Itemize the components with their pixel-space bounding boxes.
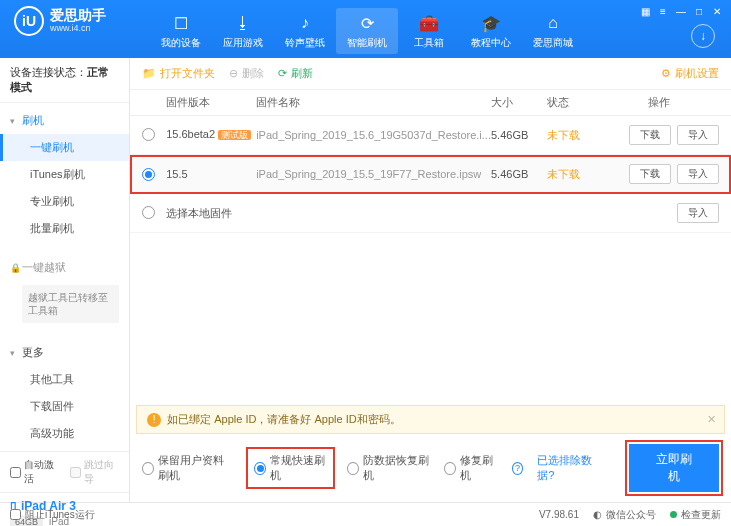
titlebar-max-icon[interactable]: □ xyxy=(691,4,707,18)
local-firmware-label: 选择本地固件 xyxy=(166,206,599,221)
checkbox-label: 跳过向导 xyxy=(84,458,120,486)
row-radio[interactable] xyxy=(142,128,155,141)
wechat-link[interactable]: ◐微信公众号 xyxy=(593,508,656,522)
warning-icon: ! xyxy=(147,413,161,427)
local-firmware-row[interactable]: 选择本地固件 导入 xyxy=(130,194,731,233)
beta-tag: 测试版 xyxy=(218,130,251,140)
col-status: 状态 xyxy=(547,95,599,110)
titlebar-close-icon[interactable]: ✕ xyxy=(709,4,725,18)
conn-label: 设备连接状态： xyxy=(10,66,87,78)
firmware-version: 15.6beta2 xyxy=(166,128,215,140)
main-nav: ☐我的设备 ⭳应用游戏 ♪铃声壁纸 ⟳智能刷机 🧰工具箱 🎓教程中心 ⌂爱思商城 xyxy=(150,8,584,54)
col-ops: 操作 xyxy=(599,95,719,110)
alert-close-icon[interactable]: ✕ xyxy=(707,413,716,426)
collapse-icon: ▾ xyxy=(10,348,22,358)
radio-icon xyxy=(347,462,359,475)
titlebar-controls: ▦ ≡ — □ ✕ xyxy=(637,4,725,18)
nav-tutorials[interactable]: 🎓教程中心 xyxy=(460,8,522,54)
import-button[interactable]: 导入 xyxy=(677,164,719,184)
row-radio[interactable] xyxy=(142,168,155,181)
delete-icon: ⊖ xyxy=(229,67,238,80)
section-label: 更多 xyxy=(22,345,44,360)
nav-ringtones[interactable]: ♪铃声壁纸 xyxy=(274,8,336,54)
btn-label: 删除 xyxy=(242,66,264,81)
content-area: 📁打开文件夹 ⊖删除 ⟳刷新 ⚙刷机设置 固件版本 固件名称 大小 状态 操作 … xyxy=(130,58,731,502)
col-size: 大小 xyxy=(491,95,547,110)
row-radio[interactable] xyxy=(142,206,155,219)
firmware-row[interactable]: 15.6beta2测试版 iPad_Spring_2019_15.6_19G50… xyxy=(130,116,731,155)
opt-normal-flash[interactable]: 常规快速刷机 xyxy=(248,449,333,487)
flash-settings-button[interactable]: ⚙刷机设置 xyxy=(661,66,719,81)
section-more[interactable]: ▾更多 xyxy=(0,339,129,366)
toolbar: 📁打开文件夹 ⊖删除 ⟳刷新 ⚙刷机设置 xyxy=(130,58,731,90)
sidebar-item-batch-flash[interactable]: 批量刷机 xyxy=(0,215,129,242)
store-icon: ⌂ xyxy=(522,12,584,34)
btn-label: 打开文件夹 xyxy=(160,66,215,81)
brand-subtitle: www.i4.cn xyxy=(50,24,106,34)
opt-anti-recovery[interactable]: 防数据恢复刷机 xyxy=(347,453,430,483)
info-icon[interactable]: ? xyxy=(512,462,524,475)
refresh-button[interactable]: ⟳刷新 xyxy=(278,66,313,81)
nav-label: 我的设备 xyxy=(150,36,212,50)
delete-button: ⊖删除 xyxy=(229,66,264,81)
nav-label: 教程中心 xyxy=(460,36,522,50)
exclude-data-link[interactable]: 已选排除数据? xyxy=(537,453,600,483)
col-version: 固件版本 xyxy=(166,95,256,110)
nav-toolbox[interactable]: 🧰工具箱 xyxy=(398,8,460,54)
radio-icon xyxy=(444,462,456,475)
check-update-link[interactable]: 检查更新 xyxy=(670,508,721,522)
flash-now-button[interactable]: 立即刷机 xyxy=(629,444,719,492)
radio-icon xyxy=(254,462,266,475)
nav-apps[interactable]: ⭳应用游戏 xyxy=(212,8,274,54)
skip-guide-checkbox: 跳过向导 xyxy=(70,458,120,486)
connection-status: 设备连接状态：正常模式 xyxy=(0,58,129,103)
block-itunes-checkbox[interactable]: 阻止iTunes运行 xyxy=(10,508,95,522)
firmware-row[interactable]: 15.5 iPad_Spring_2019_15.5_19F77_Restore… xyxy=(130,155,731,194)
tutorial-icon: 🎓 xyxy=(460,12,522,34)
nav-label: 工具箱 xyxy=(398,36,460,50)
sidebar-item-oneclick-flash[interactable]: 一键刷机 xyxy=(0,134,129,161)
sidebar-item-pro-flash[interactable]: 专业刷机 xyxy=(0,188,129,215)
section-flash[interactable]: ▾刷机 xyxy=(0,107,129,134)
titlebar-min-icon[interactable]: — xyxy=(673,4,689,18)
nav-my-device[interactable]: ☐我的设备 xyxy=(150,8,212,54)
section-label: 刷机 xyxy=(22,113,44,128)
nav-flash[interactable]: ⟳智能刷机 xyxy=(336,8,398,54)
auto-activate-checkbox[interactable]: 自动激活 xyxy=(10,458,60,486)
sidebar: 设备连接状态：正常模式 ▾刷机 一键刷机 iTunes刷机 专业刷机 批量刷机 … xyxy=(0,58,130,502)
open-folder-button[interactable]: 📁打开文件夹 xyxy=(142,66,215,81)
firmware-size: 5.46GB xyxy=(491,129,547,141)
btn-label: 刷新 xyxy=(291,66,313,81)
table-header: 固件版本 固件名称 大小 状态 操作 xyxy=(130,90,731,116)
download-button[interactable]: 下载 xyxy=(629,125,671,145)
nav-label: 铃声壁纸 xyxy=(274,36,336,50)
import-button[interactable]: 导入 xyxy=(677,203,719,223)
opt-repair-flash[interactable]: 修复刷机 xyxy=(444,453,498,483)
sidebar-item-other-tools[interactable]: 其他工具 xyxy=(0,366,129,393)
logo-icon: iU xyxy=(14,6,44,36)
download-button[interactable]: 下载 xyxy=(629,164,671,184)
sidebar-item-download-firmware[interactable]: 下载固件 xyxy=(0,393,129,420)
brand-title: 爱思助手 xyxy=(50,8,106,23)
titlebar-menu-icon[interactable]: ▦ xyxy=(637,4,653,18)
sidebar-item-itunes-flash[interactable]: iTunes刷机 xyxy=(0,161,129,188)
download-manager-icon[interactable]: ↓ xyxy=(691,24,715,48)
section-jailbreak[interactable]: 🔒一键越狱 xyxy=(0,254,129,281)
firmware-version: 15.5 xyxy=(166,168,187,180)
sidebar-item-advanced[interactable]: 高级功能 xyxy=(0,420,129,447)
col-name: 固件名称 xyxy=(256,95,491,110)
nav-label: 智能刷机 xyxy=(336,36,398,50)
nav-store[interactable]: ⌂爱思商城 xyxy=(522,8,584,54)
opt-label: 防数据恢复刷机 xyxy=(363,453,430,483)
firmware-status: 未下载 xyxy=(547,167,599,182)
sidebar-options: 自动激活 跳过向导 xyxy=(0,451,129,492)
radio-icon xyxy=(142,462,154,475)
titlebar-tray-icon[interactable]: ≡ xyxy=(655,4,671,18)
wechat-icon: ◐ xyxy=(593,509,602,520)
lock-icon: 🔒 xyxy=(10,263,22,273)
opt-keep-data[interactable]: 保留用户资料刷机 xyxy=(142,453,234,483)
section-label: 一键越狱 xyxy=(22,260,66,275)
jailbreak-note: 越狱工具已转移至工具箱 xyxy=(22,285,119,323)
import-button[interactable]: 导入 xyxy=(677,125,719,145)
alert-text: 如已绑定 Apple ID，请准备好 Apple ID和密码。 xyxy=(167,412,401,427)
